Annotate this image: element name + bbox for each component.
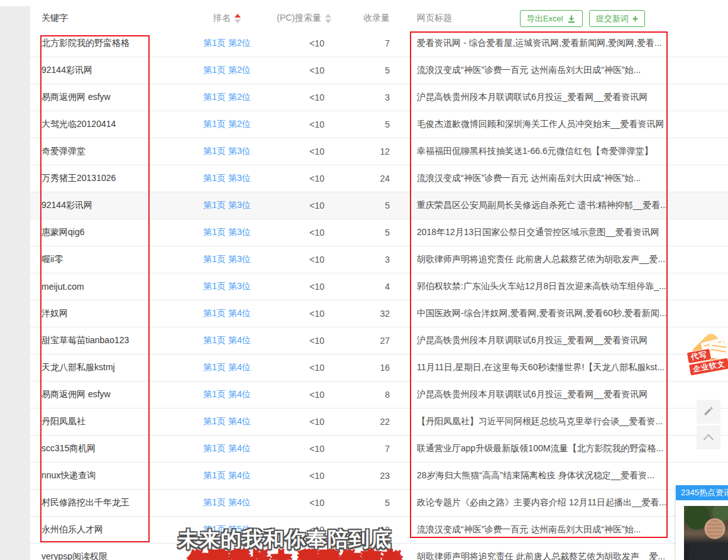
rank-link[interactable]: 第1页 第3位	[203, 254, 250, 264]
rank-header-label: 排名	[213, 13, 231, 23]
rank-link[interactable]: 第1页 第4位	[203, 497, 250, 507]
index-count-cell: 32	[331, 309, 391, 319]
keyword-cell: 天龙八部私服kstmj	[30, 362, 189, 373]
page-title-cell: 流浪汉变成“神医”诊费一百元 达州南岳刘大田成“神医”始...	[417, 173, 728, 184]
search-volume-cell: <10	[265, 444, 331, 454]
table-row: 奇爱弹弹堂第1页 第3位<1012幸福福田侃聊黑科技抽奖送1-66.6元微信红包…	[30, 138, 728, 165]
page-title-cell: 流浪汉变成“神医”诊费一百元 达州南岳刘大田成“神医”始...	[417, 65, 728, 76]
rank-link[interactable]: 第1页 第3位	[203, 173, 250, 183]
rank-link[interactable]: 第1页 第4位	[203, 389, 250, 399]
table-row: 92144彩讯网第1页 第2位<105流浪汉变成“神医”诊费一百元 达州南岳刘大…	[30, 57, 728, 84]
table-row: 惠蒙网qig6第1页 第3位<1052018年12月13日国家公祭日交通管控区域…	[30, 219, 728, 246]
export-excel-button[interactable]: 导出Excel	[520, 10, 583, 27]
index-count-cell: 8	[331, 390, 391, 400]
table-row: 易商返佣网 esfyw第1页 第2位<103沪昆高铁贵州段本月联调联试6月投运_…	[30, 84, 728, 111]
rank-cell: 第1页 第2位	[189, 119, 265, 130]
search-volume-cell: <10	[265, 146, 331, 156]
index-count-cell: 3	[331, 92, 391, 102]
search-volume-cell: <10	[265, 471, 331, 481]
rank-cell: 第1页 第4位	[189, 497, 265, 508]
sort-arrows-search-volume[interactable]	[325, 14, 331, 23]
rank-link[interactable]: 第1页 第2位	[203, 92, 250, 102]
sort-asc-icon[interactable]	[234, 14, 241, 18]
rank-link[interactable]: 第1页 第4位	[203, 308, 250, 318]
search-volume-cell: <10	[265, 282, 331, 292]
table-row: meijut.com第1页 第3位<104郭伯权软禁:广东汕头火车站12月8日首…	[30, 273, 728, 300]
news-popup-title[interactable]: 2345热点资讯	[676, 485, 728, 500]
page-title-cell: 胡歌律师声明将追究责任 此前唐人总裁蔡艺侬为胡歌发声__爱...	[417, 254, 728, 265]
rank-cell: 第1页 第3位	[189, 254, 265, 265]
rank-cell: 第1页 第3位	[189, 173, 265, 184]
photo-shirt	[689, 542, 728, 560]
sort-arrows-rank[interactable]	[234, 14, 241, 23]
rank-link[interactable]: 第1页 第2位	[203, 38, 250, 48]
search-volume-cell: <10	[265, 119, 331, 129]
keyword-cell: 大驾光临20120414	[30, 119, 189, 130]
table-row: 北方影院我的野蛮格格第1页 第2位<107爱看资讯网 - 综合爱看屋,运城资讯网…	[30, 30, 728, 57]
sort-asc-icon[interactable]	[325, 14, 331, 18]
keyword-cell: 洋奴网	[30, 308, 189, 319]
news-popup-widget[interactable]: 2345热点资讯	[676, 485, 728, 560]
rank-cell: 第1页 第2位	[189, 65, 265, 76]
rank-link[interactable]: 第1页 第4位	[203, 443, 250, 453]
table-row: 易商返佣网 esfyw第1页 第4位<108沪昆高铁贵州段本月联调联试6月投运_…	[30, 382, 728, 409]
index-count-cell: 16	[331, 363, 391, 373]
rank-cell: 第1页 第4位	[189, 389, 265, 400]
page-title-cell: 28岁海归大熊猫“高高”结束隔离检疫 身体状况稳定__爱看资...	[417, 470, 728, 481]
table-row: scc315商机网第1页 第4位<107联通营业厅app升级最新版领100M流量…	[30, 436, 728, 463]
rank-link[interactable]: 第1页 第3位	[203, 146, 250, 156]
rank-link[interactable]: 第1页 第3位	[203, 200, 250, 210]
search-volume-cell: <10	[265, 417, 331, 427]
page-title-cell: 2018年12月13日国家公祭日交通管控区域示意图__爱看资讯网	[417, 227, 728, 238]
table-row: 洋奴网第1页 第4位<1032中国医政网-综合洋奴网,爱看网,爱看资讯网,爱看6…	[30, 300, 728, 327]
sort-desc-icon[interactable]	[325, 19, 331, 23]
table-row: 喔ii零第1页 第3位<103胡歌律师声明将追究责任 此前唐人总裁蔡艺侬为胡歌发…	[30, 246, 728, 273]
rank-link[interactable]: 第1页 第4位	[203, 470, 250, 480]
rank-link[interactable]: 第1页 第2位	[203, 65, 250, 75]
search-volume-cell: <10	[265, 228, 331, 238]
search-volume-cell: <10	[265, 336, 331, 346]
index-count-cell: 12	[331, 146, 391, 156]
sort-desc-icon[interactable]	[234, 19, 241, 23]
index-count-cell: 24	[331, 173, 391, 184]
index-count-cell: 5	[331, 498, 391, 508]
keyword-cell: 永州伯乐人才网	[30, 524, 189, 535]
rank-cell: 第1页 第3位	[189, 281, 265, 292]
rank-cell: 第1页 第4位	[189, 416, 265, 427]
rank-cell: 第1页 第4位	[189, 443, 265, 454]
table-rows: 北方影院我的野蛮格格第1页 第2位<107爱看资讯网 - 综合爱看屋,运城资讯网…	[30, 30, 728, 560]
rank-link[interactable]: 第1页 第4位	[203, 362, 250, 372]
search-volume-cell: <10	[265, 309, 331, 319]
column-header-rank[interactable]: 排名	[189, 13, 265, 24]
submit-keyword-button[interactable]: 提交新词 +	[589, 10, 645, 27]
back-to-top-button[interactable]	[697, 425, 720, 449]
search-volume-cell: <10	[265, 38, 331, 48]
rank-link[interactable]: 第1页 第3位	[203, 281, 250, 291]
keyword-cell: 甜宝草莓苗tianbao123	[30, 335, 189, 346]
table-row: 丹阳凤凰社第1页 第4位<1022【丹阳凤凰社】习近平同阿根廷总统马克里举行会谈…	[30, 409, 728, 436]
index-count-cell: 4	[331, 282, 391, 292]
rank-link[interactable]: 第1页 第4位	[203, 335, 250, 345]
news-thumbnail-photo[interactable]	[684, 506, 728, 560]
keyword-cell: 92144彩讯网	[30, 200, 189, 211]
keyword-cell: 万秀猪王20131026	[30, 173, 189, 184]
rank-link[interactable]: 第1页 第2位	[203, 119, 250, 129]
index-count-cell: 27	[331, 336, 391, 346]
index-count-cell: 5	[331, 200, 391, 211]
search-volume-cell: <10	[265, 173, 331, 184]
table-row: 天龙八部私服kstmj第1页 第4位<101611月11日,星期日,在这里每天6…	[30, 354, 728, 382]
rank-link[interactable]: 第1页 第4位	[203, 416, 250, 426]
rank-cell: 第1页 第4位	[189, 335, 265, 346]
keyword-cell: 村民修路挖出千年龙王	[30, 497, 189, 508]
table-row: 万秀猪王20131026第1页 第3位<1024流浪汉变成“神医”诊费一百元 达…	[30, 165, 728, 192]
pixelated-face	[707, 520, 723, 539]
search-volume-header-label: (PC)搜索量	[277, 13, 321, 23]
column-header-search-volume[interactable]: (PC)搜索量	[265, 13, 331, 24]
page-title-cell: 郭伯权软禁:广东汕头火车站12月8日首次迎来高铁动车组停靠_...	[417, 281, 728, 292]
page-title-cell: 毛俊杰道歉微博回顾和深圳海关工作人员冲突始末__爱看资讯网	[417, 119, 728, 130]
feedback-edit-button[interactable]	[697, 400, 720, 424]
rank-link[interactable]: 第1页 第3位	[203, 227, 250, 237]
table-row: 甜宝草莓苗tianbao123第1页 第4位<1027沪昆高铁贵州段本月联调联试…	[30, 327, 728, 354]
ghostwriting-ad-badge[interactable]: 代写 企业软文	[687, 334, 728, 384]
video-subtitle-overlay-red: 你陪我长大 我陪你变老	[189, 547, 403, 560]
